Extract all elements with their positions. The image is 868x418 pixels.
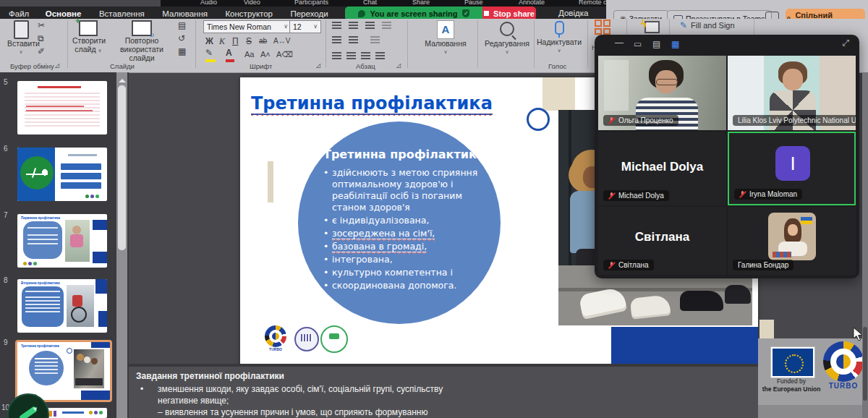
expand-icon[interactable]: ⤢ [842, 38, 849, 48]
video-tile-olga[interactable]: Ольга Проценко [598, 56, 726, 130]
speaker-view-icon[interactable]: ▭ [634, 39, 642, 49]
group-label-font: Шрифт [250, 62, 272, 70]
mic-muted-icon [608, 192, 615, 200]
addin-lightning-icon[interactable]: ϟ [641, 19, 660, 33]
zoom-toolbar-pause[interactable]: Pause [464, 0, 483, 6]
slide-university-emblem [294, 327, 319, 351]
strikethrough-button[interactable]: S [246, 36, 252, 46]
notes-line-3: – виявлення та усунення причин і умов, щ… [158, 407, 427, 417]
fill-and-sign-button[interactable]: ✎ Fill and Sign [680, 20, 735, 30]
thumb9-photo [74, 349, 104, 388]
screen-sharing-text: You are screen sharing [370, 9, 458, 18]
video-tile-lilia[interactable]: Lilia Klos Lviv Polytechnic National Un.… [728, 56, 856, 130]
tab-help[interactable]: Довідка [556, 7, 591, 20]
reset-slide-icon[interactable]: ↺ [178, 33, 185, 43]
increase-indent-button[interactable] [349, 36, 358, 43]
thumbnail-slide-8[interactable]: Вторинна профілактика [17, 279, 107, 333]
align-left-button[interactable] [332, 52, 341, 59]
zoom-toolbar-video[interactable]: Video [244, 0, 260, 6]
font-size-value: 12 [293, 22, 302, 31]
group-label-slides: Слайди [110, 62, 135, 70]
cut-icon[interactable]: ✂ [38, 20, 45, 30]
new-slide-button[interactable]: + Створитислайд ∨ [72, 20, 104, 55]
thumbnail-slide-5[interactable] [17, 81, 107, 135]
thumbnail-slide-7[interactable]: Первинна профілактика [17, 214, 107, 268]
thumbnail-scrollbar[interactable] [116, 72, 127, 418]
notes-panel[interactable]: Завдання третинної профілактики • зменше… [129, 367, 758, 418]
thumb-number-9: 9 [4, 338, 8, 346]
font-name-value: Times New Roman [207, 22, 271, 31]
scrollbar-up-arrow[interactable] [119, 75, 126, 82]
numbering-button[interactable] [349, 22, 358, 29]
editing-label: Редагування [482, 39, 532, 48]
bullets-button[interactable] [332, 22, 341, 29]
slide-layout-icon[interactable]: ▤ [178, 20, 186, 30]
clear-format-button[interactable]: A⌫ [276, 49, 293, 59]
scrollbar-thumb[interactable] [118, 85, 126, 250]
align-right-button[interactable] [361, 52, 370, 59]
subscript-button[interactable]: ab [259, 36, 267, 46]
drawing-button[interactable]: A Малювання ∨ [420, 20, 472, 56]
paste-label: Вставити [7, 39, 35, 48]
thumb9-title: Третинна профілактика [21, 344, 59, 348]
font-dialog-launcher[interactable]: ◿ [316, 61, 320, 71]
paragraph-dialog-launcher[interactable]: ◿ [396, 61, 401, 71]
sort-button[interactable] [382, 22, 391, 29]
zoom-toolbar-annotate[interactable]: Annotate [519, 0, 545, 6]
align-center-button[interactable] [346, 52, 356, 59]
slide-blue-rect-bottom [611, 327, 758, 366]
addin-grid-icon[interactable] [595, 20, 612, 35]
character-spacing-button[interactable]: A↔V [273, 36, 290, 46]
thumb8-photo [67, 285, 94, 327]
circle-bullet-7: скоординована допомога. [332, 280, 456, 291]
zoom-toolbar-participants[interactable]: Participants [294, 0, 328, 6]
bold-button[interactable]: Ж [205, 36, 213, 46]
participant-label-michael: Michael Dolya [603, 190, 669, 201]
new-slide-icon: + [79, 20, 98, 36]
format-painter-icon[interactable]: ✐ [38, 46, 45, 56]
reuse-slides-button[interactable]: ⌕ Повторновикористати слайди [109, 20, 175, 62]
minimize-icon[interactable]: — [615, 38, 624, 48]
italic-button[interactable]: К [219, 36, 225, 46]
font-name-combo[interactable]: Times New Roman∨ [203, 20, 292, 33]
thumbnail-slide-6[interactable] [17, 148, 107, 201]
notes-heading: Завдання третинної профілактики [136, 371, 284, 381]
clipboard-dialog-launcher[interactable]: ◿ [55, 61, 59, 71]
video-tile-svitlana[interactable]: Світлана Світлана [598, 207, 726, 275]
justify-button[interactable] [375, 52, 385, 59]
dictate-button[interactable]: Надиктувати ∨ [537, 20, 582, 55]
decrease-indent-button[interactable] [332, 36, 341, 43]
circle-bullet-2: є індивідуалізована, [332, 215, 429, 226]
mic-muted-icon [608, 262, 615, 269]
editing-button[interactable]: Редагування ∨ [482, 20, 532, 56]
video-tile-iryna-active[interactable]: I Iryna Maloman [728, 132, 856, 205]
slide-title: Третинна профілактика [251, 93, 493, 115]
change-case-button[interactable]: Aa [244, 49, 254, 59]
zoom-toolbar-share[interactable]: Share [412, 0, 430, 6]
mouse-cursor [852, 327, 864, 341]
section-icon[interactable]: ▦ [178, 46, 186, 56]
slide-blue-circle: Третинна профілактика •здійснюють з мето… [298, 121, 501, 324]
participant-label-lilia: Lilia Klos Lviv Polytechnic National Un.… [733, 115, 856, 126]
font-size-combo[interactable]: 12∨ [289, 20, 321, 33]
video-tile-michael[interactable]: Michael Dolya Michael Dolya [598, 132, 726, 205]
zoom-toolbar-chat[interactable]: Chat [363, 0, 377, 6]
paste-button[interactable]: Вставити ∨ [7, 20, 35, 56]
workspace-scrollbar[interactable] [862, 72, 868, 418]
strip-view-icon[interactable]: ▤ [652, 39, 660, 49]
video-tile-halyna[interactable]: Галина Бондар [728, 207, 856, 275]
columns-button[interactable] [370, 36, 380, 43]
thumb7-title: Первинна профілактика [21, 216, 60, 220]
copy-icon[interactable]: ⧉ [38, 33, 44, 43]
underline-button[interactable]: П [232, 36, 239, 46]
zoom-participants-panel[interactable]: — ▭ ▤ ▦ ⤢ Ольга Проценко Lilia Klo [595, 35, 859, 278]
increase-font-button[interactable]: A˄ [260, 49, 271, 59]
notes-bullet-marker: • [140, 384, 143, 394]
zoom-toolbar-audio[interactable]: Audio [200, 0, 217, 6]
circle-bullet-6: культурно компетентна і [332, 267, 453, 278]
gallery-view-icon[interactable]: ▦ [671, 39, 679, 49]
reuse-slides-icon: ⌕ [132, 20, 152, 36]
line-spacing-button[interactable] [365, 22, 375, 29]
participant-name-michael: Michael Dolya [598, 160, 726, 174]
dictate-label: Надиктувати [537, 38, 582, 46]
